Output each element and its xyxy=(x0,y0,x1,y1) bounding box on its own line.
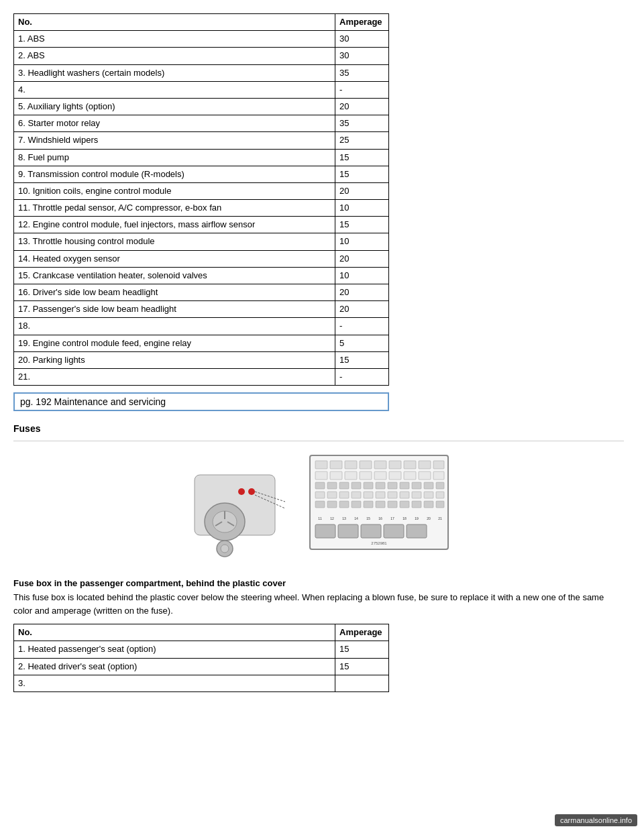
table-row: 8. Fuel pump 15 xyxy=(14,149,389,166)
table-row: 2. ABS 30 xyxy=(14,48,389,64)
svg-rect-33 xyxy=(339,482,349,489)
item-amp: 35 xyxy=(335,115,389,132)
item-amp xyxy=(335,675,389,691)
item-amp: 20 xyxy=(335,182,389,199)
table-row: 21. - xyxy=(14,368,389,385)
svg-rect-46 xyxy=(364,492,373,498)
item-amp: - xyxy=(335,368,389,385)
fuse-table-top: No. Amperage 1. ABS 30 2. ABS 30 3. Head… xyxy=(13,13,389,386)
item-amp: 20 xyxy=(335,284,389,301)
item-no: 9. Transmission control module (R-models… xyxy=(14,166,335,182)
svg-text:14: 14 xyxy=(354,516,358,520)
table-row: 12. Engine control module, fuel injector… xyxy=(14,217,389,233)
svg-rect-14 xyxy=(330,461,342,469)
svg-rect-63 xyxy=(436,501,444,508)
col-header-amperage: Amperage xyxy=(339,627,382,637)
item-no: 1. Heated passenger's seat (option) xyxy=(14,641,335,658)
table-row: 19. Engine control module feed, engine r… xyxy=(14,335,389,351)
svg-rect-36 xyxy=(376,482,385,489)
table-row: 10. Ignition coils, engine control modul… xyxy=(14,182,389,199)
svg-rect-41 xyxy=(436,482,444,489)
item-no: 17. Passenger's side low beam headlight xyxy=(14,301,335,318)
item-amp: 10 xyxy=(335,200,389,217)
svg-text:11: 11 xyxy=(318,516,322,520)
svg-rect-43 xyxy=(327,492,337,498)
table-row: 6. Starter motor relay 35 xyxy=(14,115,389,132)
item-no: 14. Heated oxygen sensor xyxy=(14,250,335,267)
item-no: 15. Crankcase ventilation heater, soleno… xyxy=(14,267,335,284)
svg-text:2752981: 2752981 xyxy=(371,541,387,545)
svg-rect-39 xyxy=(412,482,421,489)
svg-rect-17 xyxy=(374,461,386,469)
table-row: 18. - xyxy=(14,318,389,335)
svg-rect-75 xyxy=(315,524,335,538)
table-row: 13. Throttle housing control module 10 xyxy=(14,233,389,250)
svg-rect-53 xyxy=(315,501,325,508)
item-amp: 20 xyxy=(335,301,389,318)
col-header-no: No. xyxy=(18,17,32,27)
item-amp: 25 xyxy=(335,132,389,149)
table-row: 1. Heated passenger's seat (option) 15 xyxy=(14,641,389,658)
svg-rect-52 xyxy=(436,492,444,498)
svg-rect-54 xyxy=(327,501,337,508)
table-row: 3. Headlight washers (certain models) 35 xyxy=(14,64,389,81)
svg-rect-77 xyxy=(361,524,381,538)
svg-rect-13 xyxy=(315,461,327,469)
item-amp: 15 xyxy=(335,641,389,658)
svg-rect-20 xyxy=(419,461,431,469)
svg-rect-78 xyxy=(384,524,404,538)
svg-rect-45 xyxy=(352,492,361,498)
item-no: 5. Auxiliary lights (option) xyxy=(14,98,335,115)
svg-rect-44 xyxy=(339,492,349,498)
item-no: 18. xyxy=(14,318,335,335)
fuse-panel-svg: 11 12 13 14 15 16 17 18 19 20 21 xyxy=(309,454,449,561)
item-no: 20. Parking lights xyxy=(14,351,335,368)
table-row: 2. Heated driver's seat (option) 15 xyxy=(14,658,389,675)
table-row: 14. Heated oxygen sensor 20 xyxy=(14,250,389,267)
svg-rect-38 xyxy=(400,482,409,489)
fuse-panel-diagram: 11 12 13 14 15 16 17 18 19 20 21 xyxy=(309,454,449,563)
item-no: 16. Driver's side low beam headlight xyxy=(14,284,335,301)
svg-rect-22 xyxy=(315,471,327,480)
col-header-no: No. xyxy=(18,627,32,637)
item-no: 11. Throttle pedal sensor, A/C compresso… xyxy=(14,200,335,217)
item-amp: 30 xyxy=(335,48,389,64)
item-no: 12. Engine control module, fuel injector… xyxy=(14,217,335,233)
fuses-heading: Fuses xyxy=(13,423,624,434)
table-row: 9. Transmission control module (R-models… xyxy=(14,166,389,182)
page: No. Amperage 1. ABS 30 2. ABS 30 3. Head… xyxy=(0,0,644,833)
svg-rect-57 xyxy=(364,501,373,508)
item-amp: - xyxy=(335,318,389,335)
svg-rect-62 xyxy=(424,501,433,508)
svg-rect-26 xyxy=(374,471,386,480)
item-amp: 15 xyxy=(335,217,389,233)
item-amp: 15 xyxy=(335,166,389,182)
item-no: 19. Engine control module feed, engine r… xyxy=(14,335,335,351)
item-no: 3. xyxy=(14,675,335,691)
car-sketch xyxy=(188,455,295,562)
svg-text:17: 17 xyxy=(390,516,394,520)
table-row: 4. - xyxy=(14,81,389,98)
svg-rect-21 xyxy=(433,461,444,469)
svg-rect-76 xyxy=(338,524,358,538)
svg-rect-24 xyxy=(345,471,357,480)
svg-rect-42 xyxy=(315,492,325,498)
item-amp: - xyxy=(335,81,389,98)
svg-text:19: 19 xyxy=(415,516,419,520)
pg-link-box[interactable]: pg. 192 Maintenance and servicing xyxy=(13,392,389,411)
svg-text:15: 15 xyxy=(366,516,370,520)
item-no: 6. Starter motor relay xyxy=(14,115,335,132)
svg-rect-51 xyxy=(424,492,433,498)
svg-rect-55 xyxy=(339,501,349,508)
item-amp: 20 xyxy=(335,98,389,115)
svg-rect-58 xyxy=(376,501,385,508)
svg-rect-16 xyxy=(360,461,372,469)
svg-rect-79 xyxy=(407,524,427,538)
item-amp: 10 xyxy=(335,233,389,250)
car-sketch-svg xyxy=(188,455,295,562)
item-amp: 20 xyxy=(335,250,389,267)
table-row: 1. ABS 30 xyxy=(14,31,389,48)
watermark: carmanualsonline.info xyxy=(555,814,637,826)
svg-rect-60 xyxy=(400,501,409,508)
svg-rect-28 xyxy=(404,471,416,480)
